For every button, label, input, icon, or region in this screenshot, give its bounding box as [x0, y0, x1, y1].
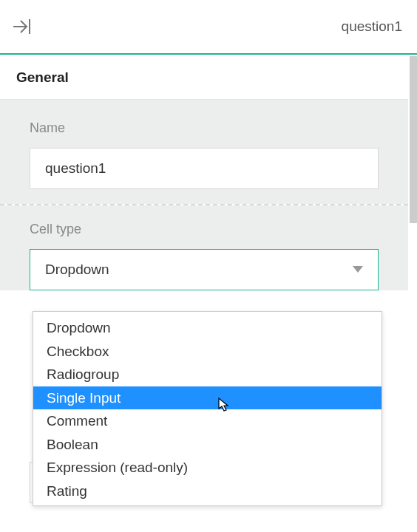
section-general-header[interactable]: General — [0, 55, 408, 99]
cell-type-option[interactable]: Checkbox — [33, 340, 382, 364]
cell-type-option[interactable]: Expression (read-only) — [33, 456, 382, 480]
cell-type-option[interactable]: Rating — [33, 480, 382, 503]
cell-type-label: Cell type — [30, 222, 379, 237]
cell-type-option[interactable]: Comment — [33, 409, 382, 433]
cell-type-dropdown-list[interactable]: DropdownCheckboxRadiogroupSingle InputCo… — [33, 311, 382, 506]
cell-type-option[interactable]: Single Input — [33, 386, 382, 410]
collapse-panel-icon[interactable] — [12, 16, 33, 37]
properties-panel: question1 General Name Cell type Dropdow… — [0, 0, 417, 532]
general-section-body: Name — [0, 99, 408, 204]
cell-type-option[interactable]: Radiogroup — [33, 363, 382, 386]
cell-type-option[interactable]: Dropdown — [33, 316, 382, 340]
svg-marker-2 — [353, 266, 363, 273]
cell-type-selected-value: Dropdown — [45, 262, 109, 278]
panel-header: question1 — [0, 0, 417, 55]
name-input[interactable] — [30, 148, 379, 189]
cell-type-section: Cell type Dropdown — [0, 205, 408, 290]
cell-type-option[interactable]: Boolean — [33, 433, 382, 457]
chevron-down-icon — [353, 263, 363, 276]
name-label: Name — [30, 120, 379, 136]
header-title: question1 — [342, 18, 402, 35]
cell-type-select[interactable]: Dropdown — [30, 249, 379, 290]
vertical-scrollbar[interactable] — [410, 56, 417, 223]
